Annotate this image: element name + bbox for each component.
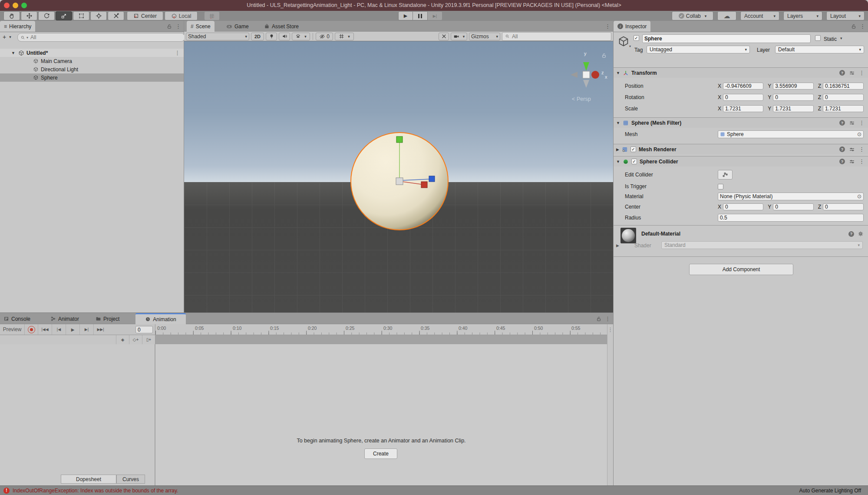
static-checkbox[interactable] [815, 35, 821, 41]
rotation-x-field[interactable] [723, 94, 763, 101]
anim-play-button[interactable]: ▶ [66, 324, 80, 335]
material-foldout-icon[interactable]: ▶ [616, 243, 619, 248]
tab-hierarchy[interactable]: ≡ Hierarchy [0, 21, 35, 32]
transform-tool-button[interactable] [90, 11, 107, 20]
panel-menu-icon[interactable]: ⋮ [605, 316, 611, 322]
material-thumbnail[interactable] [620, 228, 636, 243]
collider-center-x-field[interactable] [723, 203, 763, 210]
rect-tool-button[interactable] [73, 11, 89, 20]
gizmo-z-label[interactable]: z [601, 70, 604, 75]
object-picker-icon[interactable]: ⊙ [857, 131, 861, 137]
active-checkbox[interactable]: ✓ [634, 35, 639, 41]
add-event-button[interactable]: ▯+ [142, 335, 155, 344]
tab-inspector[interactable]: i Inspector [614, 21, 650, 32]
timeline-scrollbar[interactable]: ⋮ [607, 324, 613, 485]
mesh-object-field[interactable]: Sphere ⊙ [718, 130, 864, 138]
status-bar[interactable]: ! IndexOutOfRangeException: Index was ou… [0, 485, 868, 495]
frame-field[interactable] [135, 326, 153, 333]
collider-center-y-field[interactable] [773, 203, 813, 210]
space-mode-button[interactable]: Local [165, 11, 198, 20]
foldout-open-icon[interactable]: ▼ [616, 71, 620, 75]
rotate-tool-button[interactable] [38, 11, 55, 20]
scale-tool-button[interactable] [56, 11, 72, 20]
object-picker-icon[interactable]: ⊙ [857, 193, 861, 199]
rotation-y-field[interactable] [773, 94, 813, 101]
viewport-lock-icon[interactable] [601, 53, 607, 58]
record-button[interactable] [25, 324, 38, 335]
scene-effects-dropdown[interactable]: ▾ [292, 33, 310, 40]
lock-icon[interactable] [596, 316, 601, 322]
gameobject-icon[interactable] [617, 35, 630, 48]
create-button[interactable]: Create [364, 448, 397, 459]
gear-icon[interactable] [858, 231, 864, 237]
tab-animator[interactable]: Animator [50, 313, 79, 324]
layout-dropdown[interactable]: Layout ▾ [826, 11, 865, 20]
radius-field[interactable] [718, 214, 864, 222]
scene-menu-icon[interactable]: ⋮ [175, 50, 180, 56]
timeline-ruler[interactable]: 0:00 0:05 0:10 0:15 0:20 0:25 0:30 0:35 … [155, 324, 607, 335]
tab-game[interactable]: Game [222, 21, 253, 32]
first-key-button[interactable]: |◀◀ [38, 324, 52, 335]
gizmos-dropdown[interactable]: Gizmos ▾ [469, 33, 500, 40]
sphere-object[interactable] [350, 132, 449, 230]
scene-row[interactable]: ▼ Untitled* ⋮ [0, 49, 184, 57]
lock-icon[interactable] [167, 24, 172, 29]
transform-header[interactable]: ▼ Transform ? ⋮ [614, 67, 868, 78]
dopesheet-tab[interactable]: Dopesheet [61, 475, 116, 484]
add-key-button[interactable]: ◇+ [129, 335, 142, 344]
custom-tool-button[interactable] [108, 11, 124, 20]
lighting-status[interactable]: Auto Generate Lighting Off [799, 488, 861, 494]
account-dropdown[interactable]: Account ▾ [740, 11, 779, 20]
scene-audio-toggle[interactable] [279, 33, 290, 40]
gizmo-x-label[interactable]: x [605, 74, 607, 80]
create-object-button[interactable]: + ▾ [3, 33, 11, 40]
foldout-open-icon[interactable]: ▼ [616, 159, 620, 164]
pause-button[interactable] [413, 11, 428, 20]
scene-search[interactable] [502, 32, 611, 41]
hierarchy-item-sphere-selected[interactable]: Sphere [0, 73, 184, 82]
preset-icon[interactable] [849, 159, 855, 165]
overflow-menu-icon[interactable]: ⋮ [607, 327, 613, 332]
grid-snap-button[interactable] [204, 11, 220, 20]
component-menu-icon[interactable]: ⋮ [859, 146, 865, 152]
pivot-mode-button[interactable]: Center [127, 11, 163, 20]
position-y-field[interactable] [773, 83, 813, 90]
preset-icon[interactable] [849, 120, 855, 126]
help-icon[interactable]: ? [848, 231, 854, 237]
component-enabled-checkbox[interactable]: ✓ [630, 146, 636, 152]
last-key-button[interactable]: ▶▶| [94, 324, 107, 335]
gizmo-y-label[interactable]: y [584, 51, 587, 56]
panel-menu-icon[interactable]: ⋮ [860, 23, 865, 29]
foldout-open-icon[interactable]: ▼ [616, 121, 620, 125]
help-icon[interactable]: ? [839, 70, 845, 76]
layer-dropdown[interactable]: Default ▾ [775, 46, 864, 53]
hidden-objects-button[interactable]: 0 [316, 33, 333, 40]
layers-dropdown[interactable]: Layers ▾ [783, 11, 822, 20]
cloud-button[interactable]: ☁ [717, 11, 736, 20]
hierarchy-item-directional-light[interactable]: Directional Light [0, 65, 184, 73]
lock-icon[interactable] [851, 24, 856, 29]
add-keyframe-button[interactable]: ◈ [116, 335, 129, 344]
disclosure-open-icon[interactable]: ▼ [11, 51, 15, 55]
curves-tab[interactable]: Curves [116, 475, 145, 484]
2d-toggle-button[interactable]: 2D [251, 33, 264, 40]
hierarchy-search-input[interactable] [30, 34, 182, 41]
scene-camera-dropdown[interactable]: ▾ [451, 33, 467, 40]
status-error-text[interactable]: IndexOutOfRangeException: Index was outs… [13, 488, 178, 494]
shader-dropdown[interactable]: Standard ▾ [661, 241, 863, 249]
mesh-filter-header[interactable]: ▼ Sphere (Mesh Filter) ? ⋮ [614, 117, 868, 128]
foldout-closed-icon[interactable]: ▶ [616, 147, 619, 152]
help-icon[interactable]: ? [839, 159, 845, 164]
static-dropdown-arrow[interactable]: ▾ [840, 36, 842, 40]
collider-center-z-field[interactable] [823, 203, 864, 210]
tab-console[interactable]: Console [3, 313, 30, 324]
tab-scene[interactable]: # Scene [187, 21, 215, 32]
scale-y-field[interactable] [773, 105, 813, 112]
component-menu-icon[interactable]: ⋮ [859, 70, 865, 76]
panel-menu-icon[interactable]: ⋮ [175, 23, 181, 29]
help-icon[interactable]: ? [839, 120, 845, 126]
hand-tool-button[interactable] [3, 11, 20, 20]
edit-collider-button[interactable] [718, 170, 733, 179]
component-menu-icon[interactable]: ⋮ [859, 159, 865, 164]
component-enabled-checkbox[interactable]: ✓ [631, 159, 637, 164]
